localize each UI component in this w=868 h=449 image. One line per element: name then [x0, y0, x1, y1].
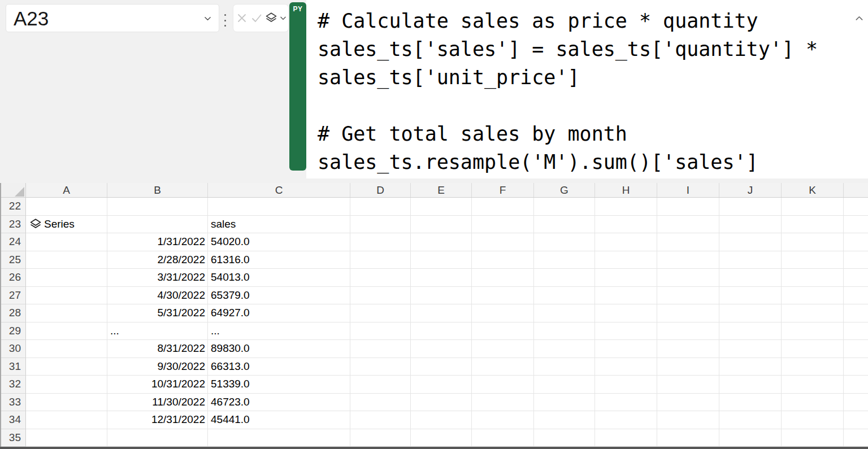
column-header-partial[interactable] — [844, 183, 868, 197]
cell-D25[interactable] — [350, 251, 411, 269]
column-header-D[interactable]: D — [350, 183, 411, 197]
cell-A25[interactable] — [26, 251, 107, 269]
python-code[interactable]: # Calculate sales as price * quantitysal… — [306, 0, 868, 176]
cell-J31[interactable] — [719, 358, 782, 376]
cell-I35[interactable] — [657, 429, 719, 447]
column-header-H[interactable]: H — [595, 183, 657, 197]
cell-partial-25[interactable] — [844, 251, 868, 269]
cell-K32[interactable] — [782, 376, 844, 394]
row-header-32[interactable]: 32 — [0, 376, 26, 394]
code-line-2[interactable]: sales_ts['sales'] = sales_ts['quantity']… — [318, 35, 868, 63]
formula-bar-splitter-handle[interactable] — [224, 14, 226, 27]
row-header-22[interactable]: 22 — [0, 198, 26, 216]
cell-D31[interactable] — [350, 358, 411, 376]
row-header-25[interactable]: 25 — [0, 251, 26, 269]
cell-A34[interactable] — [26, 411, 107, 429]
cell-partial-29[interactable] — [844, 322, 868, 341]
cell-K27[interactable] — [782, 287, 844, 305]
cell-E29[interactable] — [411, 322, 472, 341]
cell-E26[interactable] — [411, 269, 472, 287]
cell-F33[interactable] — [472, 394, 534, 412]
row-header-30[interactable]: 30 — [0, 340, 26, 358]
name-box[interactable]: A23 — [6, 4, 219, 32]
cell-I29[interactable] — [657, 322, 719, 341]
cell-J32[interactable] — [719, 376, 782, 394]
cell-partial-22[interactable] — [844, 198, 868, 216]
cell-G26[interactable] — [534, 269, 595, 287]
cell-F31[interactable] — [472, 358, 534, 376]
column-header-A[interactable]: A — [26, 183, 107, 197]
cell-partial-32[interactable] — [844, 376, 868, 394]
cell-E30[interactable] — [411, 340, 472, 358]
cell-J27[interactable] — [719, 287, 782, 305]
row-header-28[interactable]: 28 — [0, 304, 26, 322]
cell-H35[interactable] — [595, 429, 657, 447]
cell-K25[interactable] — [782, 251, 844, 269]
cell-A35[interactable] — [26, 429, 107, 447]
cell-H31[interactable] — [595, 358, 657, 376]
cell-D30[interactable] — [350, 340, 411, 358]
cell-C30[interactable]: 89830.0 — [208, 340, 350, 358]
cell-partial-23[interactable] — [844, 216, 868, 234]
cell-partial-35[interactable] — [844, 429, 868, 447]
cell-C26[interactable]: 54013.0 — [208, 269, 350, 287]
cell-G28[interactable] — [534, 304, 595, 322]
cell-I22[interactable] — [657, 198, 719, 216]
enter-button[interactable] — [250, 11, 263, 25]
cell-H34[interactable] — [595, 411, 657, 429]
cell-J25[interactable] — [719, 251, 782, 269]
cell-B34[interactable]: 12/31/2022 — [107, 411, 208, 429]
column-header-J[interactable]: J — [719, 183, 782, 197]
cell-F35[interactable] — [472, 429, 534, 447]
cell-K33[interactable] — [782, 394, 844, 412]
cell-partial-27[interactable] — [844, 287, 868, 305]
cell-K35[interactable] — [782, 429, 844, 447]
column-header-K[interactable]: K — [782, 183, 844, 197]
cell-H30[interactable] — [595, 340, 657, 358]
column-header-B[interactable]: B — [107, 183, 208, 197]
cell-I31[interactable] — [657, 358, 719, 376]
cell-B31[interactable]: 9/30/2022 — [107, 358, 208, 376]
cell-F23[interactable] — [472, 216, 534, 234]
cell-G29[interactable] — [534, 322, 595, 341]
cell-J24[interactable] — [719, 233, 782, 251]
cell-K29[interactable] — [782, 322, 844, 341]
cell-partial-34[interactable] — [844, 411, 868, 429]
cell-H26[interactable] — [595, 269, 657, 287]
cell-H25[interactable] — [595, 251, 657, 269]
cell-H33[interactable] — [595, 394, 657, 412]
cell-H22[interactable] — [595, 198, 657, 216]
cell-H32[interactable] — [595, 376, 657, 394]
cell-F24[interactable] — [472, 233, 534, 251]
cell-C34[interactable]: 45441.0 — [208, 411, 350, 429]
cell-K30[interactable] — [782, 340, 844, 358]
cell-partial-33[interactable] — [844, 394, 868, 412]
cell-K26[interactable] — [782, 269, 844, 287]
cell-D32[interactable] — [350, 376, 411, 394]
cell-G22[interactable] — [534, 198, 595, 216]
cell-B32[interactable]: 10/31/2022 — [107, 376, 208, 394]
cell-B25[interactable]: 2/28/2022 — [107, 251, 208, 269]
cell-F25[interactable] — [472, 251, 534, 269]
row-header-23[interactable]: 23 — [0, 216, 26, 234]
chevron-down-icon[interactable] — [203, 14, 212, 23]
cell-D24[interactable] — [350, 233, 411, 251]
cell-E28[interactable] — [411, 304, 472, 322]
cell-C31[interactable]: 66313.0 — [208, 358, 350, 376]
cell-F32[interactable] — [472, 376, 534, 394]
cell-E24[interactable] — [411, 233, 472, 251]
cell-H28[interactable] — [595, 304, 657, 322]
cell-K31[interactable] — [782, 358, 844, 376]
cell-H23[interactable] — [595, 216, 657, 234]
formula-bar-code-editor[interactable]: # Calculate sales as price * quantitysal… — [306, 0, 868, 178]
row-header-34[interactable]: 34 — [0, 411, 26, 429]
collapse-formula-bar-button[interactable] — [852, 11, 866, 25]
cell-I34[interactable] — [657, 411, 719, 429]
code-line-4[interactable] — [318, 91, 868, 120]
cell-B33[interactable]: 11/30/2022 — [107, 394, 208, 412]
cell-J33[interactable] — [719, 394, 782, 412]
cell-K24[interactable] — [782, 233, 844, 251]
cell-G24[interactable] — [534, 233, 595, 251]
cell-F30[interactable] — [472, 340, 534, 358]
cell-B27[interactable]: 4/30/2022 — [107, 287, 208, 305]
